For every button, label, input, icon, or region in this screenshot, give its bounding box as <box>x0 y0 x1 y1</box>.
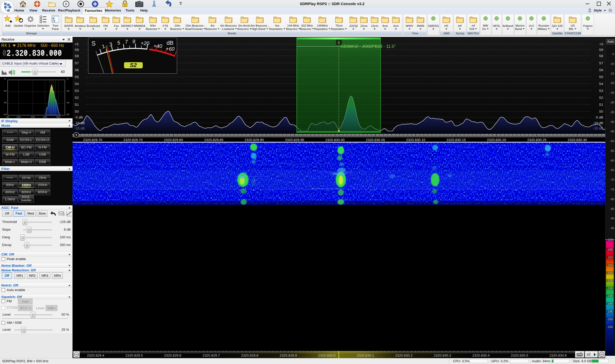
svg-text:GB3MHZ - JO02PB33 - 11.5°: GB3MHZ - JO02PB33 - 11.5° <box>341 44 396 49</box>
svg-text:-60: -60 <box>66 113 69 116</box>
svg-text:S2: S2 <box>75 96 79 100</box>
svg-text:S9: S9 <box>599 48 603 52</box>
svg-text:2320.830.00: 2320.830.00 <box>325 138 345 142</box>
svg-text:+40: +40 <box>153 43 162 49</box>
svg-text:2320.829.70: 2320.829.70 <box>83 138 102 142</box>
svg-text:S1: S1 <box>75 103 79 106</box>
svg-text:S4: S4 <box>599 82 603 86</box>
svg-text:2320.829.95: 2320.829.95 <box>285 138 304 142</box>
svg-text:400: 400 <box>43 115 47 118</box>
svg-text:S6: S6 <box>599 68 603 72</box>
svg-text:1: 1 <box>101 43 106 50</box>
svg-text:2320.830.2: 2320.830.2 <box>395 354 413 357</box>
svg-text:S0: S0 <box>599 110 603 113</box>
svg-text:2320.829.8: 2320.829.8 <box>241 354 259 357</box>
svg-text:S7: S7 <box>599 61 603 65</box>
svg-text:2320.830.0: 2320.830.0 <box>318 354 336 357</box>
svg-text:50: 50 <box>6 115 9 118</box>
svg-text:2320.830.5: 2320.830.5 <box>511 354 528 357</box>
svg-text:S: S <box>91 40 96 47</box>
svg-text:1: 1 <box>338 40 340 45</box>
svg-text:S7: S7 <box>75 61 79 65</box>
svg-text:5: 5 <box>117 40 121 46</box>
svg-text:2320.829.9: 2320.829.9 <box>280 354 297 357</box>
svg-text:2320.829.5: 2320.829.5 <box>126 354 143 357</box>
svg-text:S5: S5 <box>75 75 79 79</box>
svg-text:-15 dB: -15 dB <box>75 126 85 130</box>
svg-text:+5: +5 <box>75 42 78 46</box>
svg-text:S5: S5 <box>599 75 603 79</box>
svg-text:2320.830.15: 2320.830.15 <box>446 138 466 142</box>
svg-text:S4: S4 <box>75 82 79 86</box>
svg-text:S1: S1 <box>599 103 603 106</box>
svg-text:S0: S0 <box>75 110 79 113</box>
svg-text:-20: -20 <box>3 89 7 92</box>
svg-text:2320.830.25: 2320.830.25 <box>527 138 547 142</box>
svg-text:2320.829.6: 2320.829.6 <box>164 354 181 357</box>
svg-text:S6: S6 <box>75 68 79 72</box>
svg-text:2320.829.75: 2320.829.75 <box>124 138 143 142</box>
svg-text:S2: S2 <box>130 62 137 68</box>
svg-text:0: 0 <box>4 78 6 80</box>
svg-text:✶: ✶ <box>337 129 341 133</box>
svg-text:2320.829.80: 2320.829.80 <box>164 138 183 142</box>
svg-text:+5: +5 <box>599 42 603 46</box>
svg-text:2320.830.4: 2320.830.4 <box>472 354 490 357</box>
svg-text:2320.830.3: 2320.830.3 <box>434 354 451 357</box>
svg-text:9: 9 <box>132 39 135 44</box>
svg-text:2320.829.90: 2320.829.90 <box>244 138 264 142</box>
svg-text:-10 dB: -10 dB <box>593 121 603 125</box>
svg-text:200: 200 <box>31 115 35 118</box>
svg-text:2320.830.05: 2320.830.05 <box>366 138 385 142</box>
svg-text:2320.830.30: 2320.830.30 <box>568 138 587 142</box>
svg-text:S2: S2 <box>599 96 603 100</box>
svg-text:2320.829.7: 2320.829.7 <box>202 354 220 357</box>
svg-text:+60: +60 <box>166 46 175 52</box>
svg-text:2320.829.85: 2320.829.85 <box>204 138 223 142</box>
svg-text:2320.830.20: 2320.830.20 <box>487 138 506 142</box>
svg-text:-40: -40 <box>66 101 69 104</box>
svg-text:dB: dB <box>167 40 173 46</box>
svg-text:-5 dB: -5 dB <box>75 115 83 119</box>
svg-text:2320.829.4: 2320.829.4 <box>87 354 104 357</box>
svg-text:S8: S8 <box>599 54 603 58</box>
svg-text:S3: S3 <box>599 89 603 93</box>
svg-text:100: 100 <box>16 115 20 118</box>
svg-text:S3: S3 <box>75 89 79 93</box>
svg-text:S9: S9 <box>75 48 79 52</box>
svg-text:800: 800 <box>56 115 60 118</box>
svg-text:3: 3 <box>108 41 113 47</box>
svg-text:0: 0 <box>67 78 68 80</box>
svg-text:2320.830.6: 2320.830.6 <box>549 354 567 357</box>
svg-text:-5 dB: -5 dB <box>595 115 603 119</box>
svg-text:2320.830.10: 2320.830.10 <box>406 138 425 142</box>
svg-text:-15 dB: -15 dB <box>593 126 603 130</box>
svg-text:+20: +20 <box>141 40 149 46</box>
svg-text:-20: -20 <box>66 89 69 92</box>
svg-text:7: 7 <box>125 39 128 45</box>
svg-text:2320.830.1: 2320.830.1 <box>357 354 374 357</box>
svg-text:S8: S8 <box>75 54 79 58</box>
svg-text:-10 dB: -10 dB <box>75 121 85 125</box>
svg-text:-40: -40 <box>3 101 7 104</box>
